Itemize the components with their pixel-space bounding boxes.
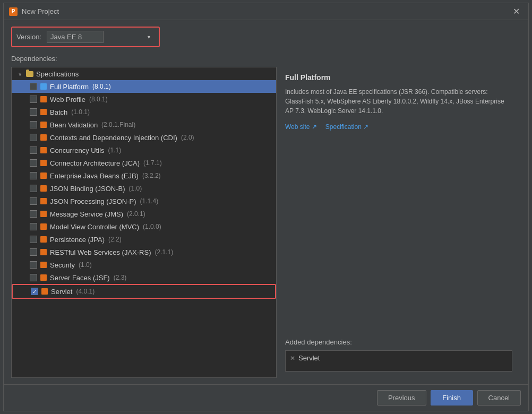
previous-button[interactable]: Previous [377, 390, 426, 406]
label-web-profile: Web Profile [50, 96, 85, 104]
label-json-processing: JSON Processing (JSON-P) [50, 197, 136, 205]
tree-item-servlet[interactable]: ✓ Servlet (4.0.1) [12, 284, 276, 299]
label-jpa: Persistence (JPA) [50, 236, 105, 244]
tree-item-ejb[interactable]: Enterprise Java Beans (EJB) (3.2.2) [12, 169, 276, 182]
version-batch: (1.0.1) [71, 108, 90, 116]
version-select-wrap: Java EE 7 Java EE 8 Jakarta EE 8 Jakarta… [47, 31, 155, 43]
label-mvc: Model View Controller (MVC) [50, 223, 139, 231]
new-project-dialog: P New Project ✕ Version: Java EE 7 Java … [3, 3, 529, 411]
label-connector: Connector Architecture (JCA) [50, 159, 140, 167]
dep-icon-connector [39, 159, 48, 167]
tree-item-concurrency[interactable]: Concurrency Utils (1.1) [12, 144, 276, 157]
checkbox-jsf[interactable] [30, 274, 37, 281]
version-full-platform: (8.0.1) [92, 83, 111, 90]
dep-icon-servlet [40, 287, 49, 296]
checkbox-json-processing[interactable] [30, 197, 37, 205]
version-ejb: (3.2.2) [142, 172, 161, 179]
dep-icon-jms [39, 210, 48, 218]
checkbox-json-binding[interactable] [30, 185, 37, 192]
checkbox-mvc[interactable] [30, 223, 37, 230]
expander-icon: ∨ [16, 71, 23, 77]
dep-icon-ejb [39, 171, 48, 180]
checkbox-web-profile[interactable] [30, 96, 37, 103]
checkbox-servlet[interactable]: ✓ [31, 288, 38, 295]
checkbox-security[interactable] [30, 261, 37, 269]
dependencies-label: Dependencies: [11, 55, 521, 63]
dialog-content: Version: Java EE 7 Java EE 8 Jakarta EE … [4, 20, 528, 384]
added-dependencies-label: Added dependencies: [285, 338, 512, 346]
tree-item-json-processing[interactable]: JSON Processing (JSON-P) (1.1.4) [12, 195, 276, 208]
dep-icon-full-platform [39, 82, 48, 91]
version-bean-validation: (2.0.1.Final) [101, 121, 135, 128]
dep-name-servlet: Servlet [298, 354, 320, 362]
info-links: Web site ↗ Specification ↗ [285, 123, 512, 131]
close-button[interactable]: ✕ [510, 6, 523, 17]
group-label: Specifications [36, 70, 79, 78]
version-web-profile: (8.0.1) [89, 96, 108, 103]
tree-item-batch[interactable]: Batch (1.0.1) [12, 106, 276, 118]
checkbox-jpa[interactable] [30, 236, 37, 243]
tree-item-jpa[interactable]: Persistence (JPA) (2.2) [12, 233, 276, 246]
version-json-binding: (1.0) [129, 185, 142, 192]
folder-icon [25, 70, 34, 78]
dep-remove-servlet[interactable]: ✕ [290, 355, 295, 362]
cancel-button[interactable]: Cancel [477, 390, 521, 406]
checkbox-bean-validation[interactable] [30, 121, 37, 128]
version-servlet: (4.0.1) [76, 288, 95, 295]
version-label: Version: [16, 33, 41, 41]
dep-tag-servlet: ✕ Servlet [290, 354, 508, 362]
version-json-processing: (1.1.4) [140, 197, 159, 205]
finish-button[interactable]: Finish [431, 390, 473, 406]
tree-item-jaxrs[interactable]: RESTful Web Services (JAX-RS) (2.1.1) [12, 246, 276, 258]
tree-item-bean-validation[interactable]: Bean Validation (2.0.1.Final) [12, 118, 276, 131]
checkbox-ejb[interactable] [30, 172, 37, 179]
tree-item-cdi[interactable]: Contexts and Dependency Injection (CDI) … [12, 131, 276, 144]
dep-icon-json-binding [39, 184, 48, 193]
tree-item-json-binding[interactable]: JSON Binding (JSON-B) (1.0) [12, 182, 276, 195]
specification-link[interactable]: Specification ↗ [325, 123, 368, 131]
dep-icon-bean-validation [39, 120, 48, 129]
added-dependencies-list: ✕ Servlet [285, 350, 512, 372]
label-cdi: Contexts and Dependency Injection (CDI) [50, 134, 177, 142]
info-panel: Full Platform Includes most of Java EE s… [277, 67, 521, 378]
info-title: Full Platform [285, 73, 512, 82]
main-area: ∨ Specifications Full Platform (8.0.1) [11, 67, 521, 378]
tree-item-jsf[interactable]: Server Faces (JSF) (2.3) [12, 271, 276, 284]
checkbox-jms[interactable] [30, 210, 37, 218]
tree-item-mvc[interactable]: Model View Controller (MVC) (1.0.0) [12, 220, 276, 233]
checkbox-cdi[interactable] [30, 134, 37, 141]
tree-item-web-profile[interactable]: Web Profile (8.0.1) [12, 93, 276, 106]
tree-item-jms[interactable]: Message Service (JMS) (2.0.1) [12, 208, 276, 220]
checkbox-full-platform[interactable] [30, 83, 37, 90]
tree-item-full-platform[interactable]: Full Platform (8.0.1) [12, 80, 276, 93]
dep-icon-json-processing [39, 197, 48, 205]
label-json-binding: JSON Binding (JSON-B) [50, 185, 125, 193]
tree-group-specifications[interactable]: ∨ Specifications [12, 67, 276, 80]
tree-item-security[interactable]: Security (1.0) [12, 258, 276, 271]
dep-icon-security [39, 261, 48, 269]
dialog-title: New Project [22, 7, 59, 15]
dep-icon-jsf [39, 273, 48, 282]
version-concurrency: (1.1) [108, 146, 122, 154]
dep-icon-mvc [39, 222, 48, 231]
checkbox-batch[interactable] [30, 108, 37, 116]
app-icon: P [9, 7, 18, 16]
version-select[interactable]: Java EE 7 Java EE 8 Jakarta EE 8 Jakarta… [47, 31, 104, 43]
dep-icon-concurrency [39, 146, 48, 154]
title-bar: P New Project ✕ [4, 3, 528, 20]
label-ejb: Enterprise Java Beans (EJB) [50, 172, 139, 180]
checkbox-connector[interactable] [30, 159, 37, 167]
label-security: Security [50, 261, 75, 269]
dep-icon-jaxrs [39, 248, 48, 256]
label-jaxrs: RESTful Web Services (JAX-RS) [50, 248, 151, 256]
dep-icon-batch [39, 108, 48, 116]
label-concurrency: Concurrency Utils [50, 146, 105, 154]
dep-icon-cdi [39, 133, 48, 142]
tree-panel[interactable]: ∨ Specifications Full Platform (8.0.1) [11, 67, 277, 378]
tree-item-connector[interactable]: Connector Architecture (JCA) (1.7.1) [12, 157, 276, 169]
web-site-link[interactable]: Web site ↗ [285, 123, 317, 131]
checkbox-jaxrs[interactable] [30, 248, 37, 256]
info-description: Includes most of Java EE specifications … [285, 87, 512, 116]
checkbox-concurrency[interactable] [30, 146, 37, 154]
title-bar-left: P New Project [9, 7, 59, 16]
